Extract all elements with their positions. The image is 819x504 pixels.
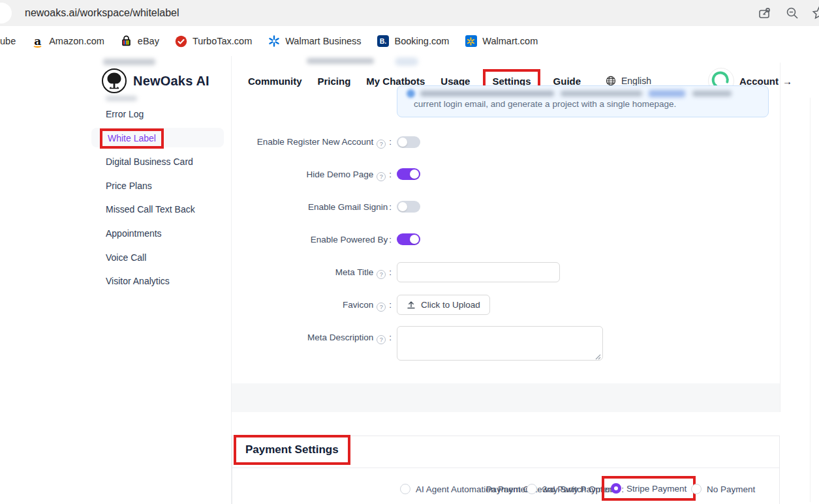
highlight-box-stripe-payment: Stripe Payment <box>602 476 696 501</box>
booking-icon: B. <box>377 35 390 48</box>
field-label-meta-title: Meta Title?: <box>170 267 392 279</box>
help-icon[interactable]: ? <box>377 303 386 312</box>
field-label-hide-demo: Hide Demo Page?: <box>170 170 392 181</box>
amazon-icon: a <box>31 35 44 48</box>
bookmark-label: Walmart Business <box>285 36 361 46</box>
brand[interactable]: NewOaks AI <box>101 68 209 94</box>
walmart-com-icon <box>465 35 477 48</box>
nav-guide[interactable]: Guide <box>553 76 581 87</box>
redacted-toggle <box>395 57 418 66</box>
nav-usage[interactable]: Usage <box>440 76 470 87</box>
nav-settings[interactable]: Settings <box>492 76 531 87</box>
highlight-box-payment-settings: Payment Settings <box>234 435 350 465</box>
bookmark-label: ube <box>0 36 16 46</box>
brand-name: NewOaks AI <box>133 74 209 89</box>
toggle-gmail-signin[interactable] <box>397 201 420 213</box>
highlight-box-white-label: White Label <box>100 128 164 149</box>
payment-settings-header: Payment Settings <box>232 436 779 468</box>
radio-ai-agent-automation-payment[interactable]: AI Agent Automation Payment <box>400 484 533 494</box>
toggle-hide-demo-page[interactable] <box>397 168 420 180</box>
redacted-text <box>692 91 732 96</box>
page-border <box>810 98 811 502</box>
radio-stripe-payment[interactable]: Stripe Payment <box>611 483 687 494</box>
meta-description-textarea[interactable] <box>397 326 603 361</box>
bookmark-label: eBay <box>138 36 159 46</box>
sidebar-item-digital-business-card[interactable]: Digital Business Card <box>91 152 224 171</box>
password-key-icon[interactable] <box>757 5 773 21</box>
bookmark-amazon[interactable]: a Amazon.com <box>31 35 104 48</box>
bookmark-youtube[interactable]: ube <box>0 36 16 46</box>
meta-title-input[interactable] <box>397 262 560 282</box>
alert-text: current login email, and generate a proj… <box>414 99 676 109</box>
bookmark-label: TurboTax.com <box>193 36 252 46</box>
bookmark-booking[interactable]: B. Booking.com <box>377 35 450 48</box>
bookmark-turbotax[interactable]: TurboTax.com <box>175 35 252 48</box>
payment-settings-card: Payment Settings Payment Gateway Switch … <box>232 436 780 504</box>
redacted-text <box>420 91 554 96</box>
bookmark-walmart-com[interactable]: Walmart.com <box>465 35 538 48</box>
card-border <box>780 63 780 412</box>
bookmarks-bar: ube a Amazon.com eBay Turbo <box>0 26 819 56</box>
info-alert: current login email, and generate a proj… <box>397 85 769 117</box>
upload-icon <box>407 301 416 310</box>
radio-no-payment[interactable]: No Payment <box>691 484 755 494</box>
field-label-gmail: Enable Gmail Signin: <box>170 202 392 212</box>
address-bar[interactable] <box>0 3 12 23</box>
globe-icon <box>606 76 616 86</box>
bookmark-label: Booking.com <box>395 36 450 46</box>
field-label-favicon: Favicon?: <box>170 300 392 312</box>
redacted-text <box>103 59 155 65</box>
help-icon[interactable]: ? <box>377 172 386 181</box>
nav-my-chatbots[interactable]: My Chatbots <box>366 76 425 87</box>
help-icon[interactable]: ? <box>377 335 386 344</box>
walmart-spark-icon <box>268 35 280 48</box>
toggle-register-new-account[interactable] <box>397 136 420 148</box>
radio-circle <box>400 484 410 494</box>
browser-toolbar: newoaks.ai/workspace/whitelabel <box>0 0 819 26</box>
bookmark-ebay[interactable]: eBay <box>120 35 159 48</box>
radio-circle <box>527 484 537 494</box>
info-icon <box>407 89 415 98</box>
sidebar: NewOaks AI Error Log White Label Digital… <box>91 56 232 504</box>
field-label-register: Enable Register New Account?: <box>170 137 392 149</box>
help-icon[interactable]: ? <box>377 140 386 149</box>
address-bar-url[interactable]: newoaks.ai/workspace/whitelabel <box>25 0 179 26</box>
radio-circle <box>611 483 621 494</box>
turbotax-check-icon <box>175 35 187 48</box>
redacted-control <box>307 58 374 64</box>
field-label-meta-description: Meta Description?: <box>170 333 392 344</box>
favicon-upload-button[interactable]: Click to Upload <box>397 295 490 315</box>
bookmark-walmart-business[interactable]: Walmart Business <box>268 35 361 48</box>
sidebar-item-error-log[interactable]: Error Log <box>91 104 224 124</box>
payment-settings-title: Payment Settings <box>245 443 339 456</box>
arrow-right-icon: → <box>782 76 792 87</box>
language-label: English <box>621 76 651 86</box>
redacted-link <box>649 90 685 97</box>
nav-pricing[interactable]: Pricing <box>318 76 351 87</box>
bookmark-label: Walmart.com <box>482 36 538 46</box>
sidebar-item-voice-call[interactable]: Voice Call <box>91 248 224 267</box>
zoom-out-icon[interactable] <box>784 5 800 21</box>
redacted-text <box>106 96 137 101</box>
ebay-bag-icon <box>120 35 132 48</box>
whitelabel-settings-page: { "ui": { "colon": ":", "help_glyph": "?… <box>0 0 819 504</box>
help-icon[interactable]: ? <box>377 270 386 279</box>
newoaks-logo-icon <box>101 68 127 94</box>
bookmark-label: Amazon.com <box>49 36 104 46</box>
toggle-powered-by[interactable] <box>397 233 420 245</box>
form-footer: Submit <box>232 383 780 412</box>
field-label-powered-by: Enable Powered By: <box>170 235 392 245</box>
radio-circle <box>691 484 702 494</box>
nav-community[interactable]: Community <box>248 76 302 87</box>
redacted-text <box>561 91 642 96</box>
bookmark-star-icon[interactable] <box>811 5 819 21</box>
